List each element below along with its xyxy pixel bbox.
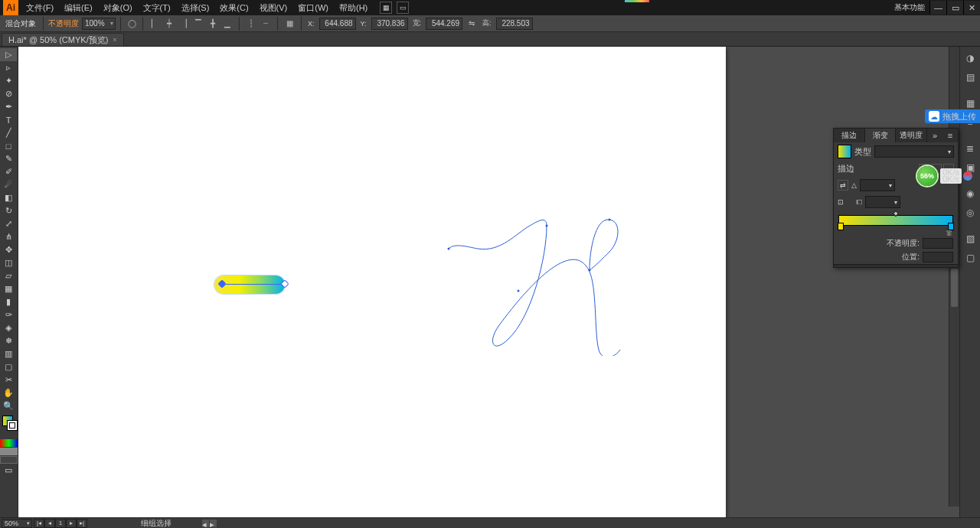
upload-tag[interactable]: ☁ 拖拽上传 [925, 109, 980, 123]
zoom-select[interactable]: 50% [2, 519, 32, 528]
blend-tool[interactable]: ◈ [0, 321, 17, 334]
x-input[interactable]: 644.688 [319, 18, 356, 30]
rectangle-tool[interactable]: □ [0, 139, 17, 152]
free-transform-tool[interactable]: ✥ [0, 243, 17, 256]
workspace-switcher[interactable]: 基本功能 [894, 2, 925, 13]
artboard-first-icon[interactable]: |◂ [34, 519, 44, 528]
tab-close-icon[interactable]: × [113, 36, 116, 44]
artboard-tool[interactable]: ▢ [0, 360, 17, 373]
panel-tab-stroke[interactable]: 描边 [834, 129, 865, 142]
opacity-input[interactable]: 100% [82, 18, 116, 30]
cursive-path[interactable] [432, 172, 631, 356]
menu-view[interactable]: 视图(V) [255, 1, 292, 15]
scale-tool[interactable]: ⤢ [0, 217, 17, 230]
fill-stroke-swatch[interactable] [0, 415, 18, 436]
direct-selection-tool[interactable]: ▹ [0, 61, 17, 74]
draw-modes[interactable] [0, 439, 18, 464]
rotate-tool[interactable]: ↻ [0, 204, 17, 217]
eraser-tool[interactable]: ◧ [0, 191, 17, 204]
symbol-sprayer-tool[interactable]: ❅ [0, 334, 17, 347]
menu-edit[interactable]: 编辑(E) [60, 1, 97, 15]
screen-mode-tool[interactable]: ▭ [0, 464, 17, 477]
close-button[interactable]: ✕ [963, 1, 980, 15]
width-tool[interactable]: ⋔ [0, 230, 17, 243]
panel-graphic-styles-icon[interactable]: ◎ [960, 204, 980, 221]
blob-brush-tool[interactable]: ☄ [0, 178, 17, 191]
slice-tool[interactable]: ✂ [0, 373, 17, 386]
panel-symbols-icon[interactable]: ≣ [960, 140, 980, 157]
panel-appearance-icon[interactable]: ◉ [960, 185, 980, 202]
gradient-stop-right[interactable] [948, 223, 954, 230]
horizontal-scrollbar[interactable]: ◂▸ [202, 520, 217, 527]
paintbrush-tool[interactable]: ✎ [0, 152, 17, 165]
column-graph-tool[interactable]: ▥ [0, 347, 17, 360]
gradient-stop-left[interactable] [838, 223, 844, 230]
transform-ref-icon[interactable]: ▦ [283, 18, 296, 30]
aspect-input[interactable] [865, 196, 900, 208]
magic-wand-tool[interactable]: ✦ [0, 74, 17, 87]
panel-artboards-icon[interactable]: ▢ [960, 249, 980, 266]
selection-tool[interactable]: ▷ [0, 48, 17, 61]
panel-swatches-icon[interactable]: ▤ [960, 69, 980, 86]
menu-file[interactable]: 文件(F) [21, 1, 58, 15]
recolor-icon[interactable]: ◯ [126, 18, 138, 30]
align-right-icon[interactable]: ▕ [177, 18, 191, 30]
eyedropper-tool[interactable]: ✑ [0, 308, 17, 321]
artboard-last-icon[interactable]: ▸| [77, 519, 87, 528]
gradient-type-select[interactable] [874, 145, 954, 158]
perspective-tool[interactable]: ▱ [0, 269, 17, 282]
align-left-icon[interactable]: ▏ [148, 18, 162, 30]
y-input[interactable]: 370.836 [371, 18, 408, 30]
gradient-midpoint[interactable] [893, 210, 899, 217]
gradient-swatch[interactable] [838, 145, 851, 158]
panel-color-icon[interactable]: ◑ [960, 50, 980, 67]
shape-builder-tool[interactable]: ◫ [0, 256, 17, 269]
artboard[interactable] [18, 47, 726, 517]
line-tool[interactable]: ╱ [0, 126, 17, 139]
network-widget[interactable]: 56% 0K/s0K/s [917, 166, 972, 186]
pen-tool[interactable]: ✒ [0, 100, 17, 113]
panel-tab-transparency[interactable]: 透明度 [896, 129, 927, 142]
align-top-icon[interactable]: ▔ [191, 18, 205, 30]
arrange-icon[interactable]: ▭ [397, 2, 409, 14]
mesh-tool[interactable]: ▦ [0, 282, 17, 295]
menu-select[interactable]: 选择(S) [177, 1, 214, 15]
panel-collapse-icon[interactable]: » [927, 129, 942, 142]
dist-h-icon[interactable]: ┆ [244, 18, 258, 30]
stop-opacity-input[interactable] [923, 238, 953, 249]
menu-object[interactable]: 对象(O) [99, 1, 137, 15]
canvas-area[interactable] [18, 47, 959, 517]
panel-menu-icon[interactable]: ≡ [942, 129, 958, 142]
width-input[interactable]: 544.269 [426, 18, 462, 30]
menu-effect[interactable]: 效果(C) [215, 1, 253, 15]
menu-window[interactable]: 窗口(W) [293, 1, 333, 15]
pencil-tool[interactable]: ✐ [0, 165, 17, 178]
align-vcenter-icon[interactable]: ╋ [206, 18, 220, 30]
panel-layers-icon[interactable]: ▧ [960, 230, 980, 247]
align-bottom-icon[interactable]: ▁ [220, 18, 234, 30]
document-tab[interactable]: H.ai* @ 50% (CMYK/预览) × [2, 33, 124, 46]
height-input[interactable]: 228.503 [496, 18, 533, 30]
layout-icon[interactable]: ▦ [380, 2, 392, 14]
panel-resize-handle[interactable] [834, 264, 958, 267]
menu-type[interactable]: 文字(T) [139, 1, 175, 15]
dist-v-icon[interactable]: ┄ [259, 18, 273, 30]
panel-tab-gradient[interactable]: 渐变 [865, 129, 897, 142]
type-tool[interactable]: T [0, 113, 17, 126]
menu-help[interactable]: 帮助(H) [335, 1, 372, 15]
reverse-gradient-icon[interactable]: ⇄ [838, 180, 848, 191]
angle-input[interactable] [860, 179, 895, 191]
hand-tool[interactable]: ✋ [0, 386, 17, 399]
align-hcenter-icon[interactable]: ┿ [162, 18, 176, 30]
zoom-tool[interactable]: 🔍 [0, 399, 17, 412]
artboard-number[interactable]: 1 [55, 519, 66, 528]
minimize-button[interactable]: — [929, 1, 946, 15]
artboard-prev-icon[interactable]: ◂ [44, 519, 55, 528]
stop-location-input[interactable] [923, 252, 953, 262]
gradient-tool[interactable]: ▮ [0, 295, 17, 308]
gradient-slider[interactable] [838, 215, 953, 226]
lasso-tool[interactable]: ⊘ [0, 87, 17, 100]
maximize-button[interactable]: ▭ [946, 1, 963, 15]
link-wh-icon[interactable]: ⇋ [466, 18, 478, 30]
artboard-next-icon[interactable]: ▸ [66, 519, 77, 528]
